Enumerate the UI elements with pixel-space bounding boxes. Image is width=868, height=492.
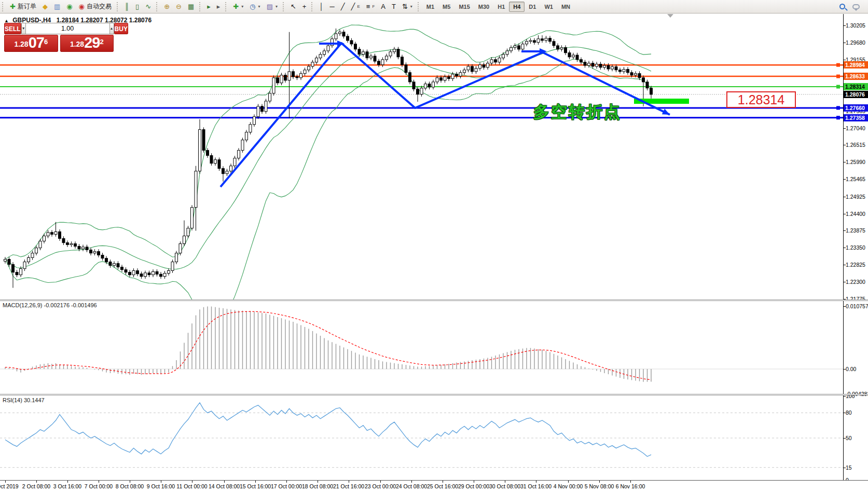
- toolbar-grip[interactable]: [117, 2, 120, 11]
- shapes-icon[interactable]: ⇅▾: [399, 1, 416, 12]
- chart-shift-icon[interactable]: ▸: [214, 1, 224, 12]
- toolbar-grip[interactable]: [311, 2, 315, 11]
- vertical-line-icon[interactable]: │: [316, 1, 326, 12]
- timeframe-h4-button[interactable]: H4: [509, 2, 525, 12]
- time-tick: 31 Oct 16:00: [520, 483, 552, 489]
- macd-pane-separator[interactable]: [0, 299, 868, 301]
- rsi-pane[interactable]: [0, 403, 843, 468]
- cursor-icon-icon: ↖: [291, 3, 296, 10]
- timeframe-h1-button[interactable]: H1: [493, 2, 509, 12]
- candlestick-series: [4, 29, 653, 288]
- timeframe-m15-button[interactable]: M15: [454, 2, 474, 12]
- price-axis[interactable]: 1.30205 1.29680 1.29155 1.27565 1.27040 …: [843, 14, 868, 480]
- chart-window[interactable]: ▲ GBPUSD-,H4 1.28184 1.28207 1.28072 1.2…: [0, 14, 868, 492]
- tile-windows-icon[interactable]: ▦: [185, 1, 197, 12]
- chart-window-icon[interactable]: ◆: [39, 1, 51, 12]
- timeframe-m1-button[interactable]: M1: [422, 2, 438, 12]
- label-icon[interactable]: T: [389, 1, 399, 12]
- chart-shift-marker[interactable]: [667, 14, 673, 18]
- zoom-in-icon[interactable]: ⊕: [161, 1, 173, 12]
- periods-icon[interactable]: ◷▾: [246, 1, 263, 12]
- fibonacci-icon[interactable]: ≡F: [363, 1, 378, 12]
- line-anchor[interactable]: [836, 106, 840, 110]
- chart-canvas[interactable]: [0, 14, 868, 492]
- dropdown-caret-icon[interactable]: ▾: [410, 4, 412, 9]
- sell-price-panel[interactable]: 1.28 07 6: [4, 35, 58, 52]
- horizontal-line-icon-icon: ─: [330, 3, 335, 10]
- bollinger-bands[interactable]: [5, 25, 651, 334]
- text-icon[interactable]: A: [378, 1, 389, 12]
- sell-price-sup: 6: [44, 34, 48, 50]
- rsi-pane-separator[interactable]: [0, 394, 868, 395]
- candlestick-chart-icon-icon: ▯: [135, 3, 139, 10]
- cursor-icon[interactable]: ↖: [287, 1, 299, 12]
- dropdown-caret-icon[interactable]: ▾: [241, 4, 243, 9]
- time-tick: 1 Oct 2019: [0, 483, 19, 489]
- buy-price-panel[interactable]: 1.28 29 2: [60, 35, 114, 52]
- price-tick: 1.25990: [846, 159, 865, 165]
- buy-button[interactable]: BUY: [114, 23, 128, 34]
- timeframe-w1-button[interactable]: W1: [540, 2, 557, 12]
- price-callout-box[interactable]: 1.28314: [726, 91, 796, 108]
- auto-scroll-icon[interactable]: ▸: [204, 1, 214, 12]
- buy-price-sup: 2: [100, 34, 103, 50]
- zoom-in-icon-icon: ⊕: [164, 3, 170, 10]
- dropdown-caret-icon[interactable]: ▾: [258, 4, 260, 9]
- search-icon[interactable]: [839, 4, 845, 9]
- time-tick: 21 Oct 16:00: [333, 483, 364, 489]
- autotrading-button[interactable]: ◉自动交易: [76, 1, 115, 12]
- crosshair-icon[interactable]: +: [299, 1, 310, 12]
- market-watch-icon-icon: ▥: [54, 3, 60, 10]
- macd-tick: 0.010757: [846, 303, 868, 309]
- toolbar-grip[interactable]: [156, 2, 160, 11]
- line-anchor[interactable]: [836, 75, 840, 78]
- volume-input[interactable]: [26, 23, 109, 34]
- time-axis[interactable]: 1 Oct 2019 2 Oct 08:00 3 Oct 16:00 7 Oct…: [0, 480, 868, 492]
- toolbar-grip[interactable]: [283, 2, 286, 11]
- candlestick-chart-icon[interactable]: ▯: [132, 1, 142, 12]
- macd-histogram: [5, 307, 651, 382]
- zoom-out-icon[interactable]: ⊖: [173, 1, 185, 12]
- indicators-icon[interactable]: ✚▾: [230, 1, 246, 12]
- trendline-icon[interactable]: ╱: [338, 1, 348, 12]
- chat-icon[interactable]: [852, 4, 860, 9]
- toolbar-grip[interactable]: [2, 2, 6, 11]
- time-tick: 5 Nov 08:00: [585, 483, 614, 489]
- bar-chart-icon[interactable]: ║: [121, 1, 132, 12]
- rsi-tick: 80: [846, 409, 852, 416]
- timeframe-d1-button[interactable]: D1: [525, 2, 540, 12]
- mt4-terminal: ✚新订单◆▥◉◉自动交易║▯∿⊕⊖▦▸▸✚▾◷▾▨▾↖+│─╱╱E≡FAT⇅▾M…: [0, 0, 868, 492]
- rsi-label: RSI(14) 30.1447: [3, 397, 45, 403]
- time-tick: 17 Oct 00:00: [271, 483, 302, 489]
- macd-pane[interactable]: [0, 307, 843, 382]
- timeframe-mn-button[interactable]: MN: [557, 2, 574, 12]
- toolbar-grip[interactable]: [199, 2, 203, 11]
- new-order-button[interactable]: ✚新订单: [7, 1, 39, 12]
- dropdown-caret-icon[interactable]: ▾: [275, 4, 278, 9]
- line-anchor[interactable]: [836, 85, 840, 89]
- signals-icon[interactable]: ◉: [63, 1, 75, 12]
- volume-up-button[interactable]: ▲: [109, 23, 114, 34]
- templates-icon[interactable]: ▨▾: [264, 1, 281, 12]
- volume-down-button[interactable]: ▼: [21, 23, 26, 34]
- rsi-tick: 15: [846, 464, 852, 471]
- turning-point-annotation[interactable]: 多空转折点: [533, 101, 622, 123]
- rsi-line: [5, 403, 651, 457]
- timeframe-m5-button[interactable]: M5: [438, 2, 454, 12]
- periods-icon-icon: ◷: [250, 3, 255, 10]
- channel-icon[interactable]: ╱E: [348, 1, 363, 12]
- sell-button[interactable]: SELL: [4, 23, 21, 34]
- time-tick: 14 Oct 08:00: [209, 483, 240, 489]
- line-anchor[interactable]: [836, 116, 840, 119]
- main-pane[interactable]: [0, 25, 843, 334]
- timeframe-m30-button[interactable]: M30: [474, 2, 493, 12]
- chart-shift-icon-icon: ▸: [217, 3, 221, 10]
- toolbar-grip[interactable]: [418, 2, 421, 11]
- price-tick: 1.27040: [846, 125, 865, 131]
- horizontal-line-icon[interactable]: ─: [327, 1, 338, 12]
- price-tick: 1.25465: [846, 176, 865, 182]
- toolbar-grip[interactable]: [225, 2, 229, 11]
- market-watch-icon[interactable]: ▥: [51, 1, 63, 12]
- line-anchor[interactable]: [836, 63, 840, 67]
- line-chart-icon[interactable]: ∿: [142, 1, 154, 12]
